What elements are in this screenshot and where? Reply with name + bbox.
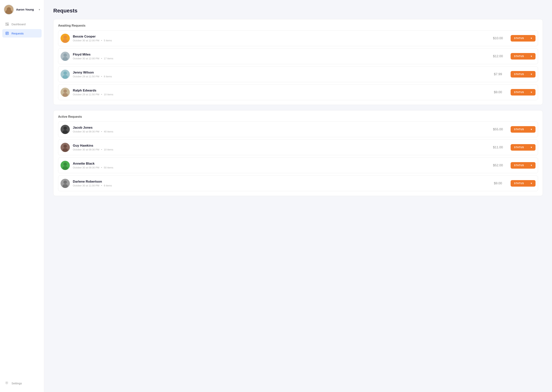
request-meta-guy-hawkins: October 30 at 09:30 PM • 10 items	[73, 148, 488, 151]
svg-point-8	[6, 382, 7, 383]
request-meta-ralph-edwards: October 29 at 11:50 PM • 10 items	[73, 93, 488, 96]
request-name-bessie-cooper: Bessie Cooper	[73, 35, 488, 38]
awaiting-section-title: Awaiting Requests	[58, 24, 538, 27]
request-amount-guy-hawkins: $11.00	[488, 146, 508, 149]
status-button-bessie-cooper[interactable]: STATUS ▾	[511, 35, 536, 42]
request-meta-darlene-robertson: October 30 at 11:00 PM • 8 items	[73, 184, 488, 187]
profile-name: Aaron Young	[16, 8, 34, 11]
status-button-darlene-robertson[interactable]: STATUS ▾	[511, 180, 536, 187]
svg-point-20	[63, 93, 68, 97]
svg-point-11	[63, 39, 68, 43]
request-name-guy-hawkins: Guy Hawkins	[73, 144, 488, 147]
request-info-jenny-wilson: Jenny Wilson October 29 at 11:50 PM • 8 …	[73, 71, 488, 78]
status-button-jacob-jones[interactable]: STATUS ▾	[511, 126, 536, 133]
request-info-darlene-robertson: Darlene Robertson October 30 at 11:00 PM…	[73, 180, 488, 187]
status-button-ralph-edwards[interactable]: STATUS ▾	[511, 89, 536, 96]
svg-point-23	[63, 130, 68, 134]
request-row-floyd-miles: Floyd Miles October 30 at 12:00 PM • 17 …	[58, 49, 538, 64]
sidebar-item-requests-label: Requests	[12, 32, 24, 35]
request-row-ralph-edwards: Ralph Edwards October 29 at 11:50 PM • 1…	[58, 84, 538, 100]
svg-point-16	[64, 71, 67, 75]
svg-rect-3	[7, 24, 9, 26]
svg-point-28	[64, 162, 67, 166]
svg-point-26	[63, 148, 68, 152]
status-button-jenny-wilson[interactable]: STATUS ▾	[511, 71, 536, 77]
chevron-down-icon: ▾	[531, 182, 532, 185]
avatar-guy-hawkins	[61, 143, 70, 152]
chevron-down-icon: ▾	[531, 128, 532, 131]
request-amount-ralph-edwards: $9.00	[488, 90, 508, 94]
request-info-ralph-edwards: Ralph Edwards October 29 at 11:50 PM • 1…	[73, 89, 488, 96]
svg-point-29	[63, 166, 68, 170]
sidebar-item-settings[interactable]: Settings	[2, 379, 42, 387]
request-name-floyd-miles: Floyd Miles	[73, 53, 488, 56]
sidebar-item-dashboard[interactable]: Dashboard	[2, 20, 42, 28]
request-row-darlene-robertson: Darlene Robertson October 30 at 11:00 PM…	[58, 175, 538, 191]
status-button-annette-black[interactable]: STATUS ▾	[511, 162, 536, 169]
request-meta-floyd-miles: October 30 at 12:00 PM • 17 items	[73, 57, 488, 60]
avatar-floyd-miles	[61, 52, 70, 61]
chevron-down-icon: ▾	[531, 73, 532, 76]
chevron-down-icon: ▾	[531, 91, 532, 94]
request-name-jacob-jones: Jacob Jones	[73, 126, 488, 130]
request-row-jenny-wilson: Jenny Wilson October 29 at 11:50 PM • 8 …	[58, 66, 538, 82]
request-amount-bessie-cooper: $10.00	[488, 36, 508, 40]
request-meta-jenny-wilson: October 29 at 11:50 PM • 8 items	[73, 75, 488, 78]
request-info-bessie-cooper: Bessie Cooper October 30 at 12:00 PM • 5…	[73, 35, 488, 42]
user-avatar	[4, 5, 14, 14]
request-amount-jacob-jones: $55.00	[488, 127, 508, 131]
request-amount-jenny-wilson: $7.99	[488, 72, 508, 76]
chevron-down-icon: ▾	[531, 146, 532, 149]
request-row-bessie-cooper: Bessie Cooper October 30 at 12:00 PM • 5…	[58, 30, 538, 46]
request-row-guy-hawkins: Guy Hawkins October 30 at 09:30 PM • 10 …	[58, 140, 538, 155]
svg-rect-1	[7, 23, 9, 23]
chevron-down-icon: ▾	[531, 37, 532, 40]
page-title: Requests	[53, 8, 543, 14]
requests-icon	[5, 31, 9, 35]
request-meta-annette-black: October 30 at 09:30 PM • 50 items	[73, 166, 488, 169]
request-info-guy-hawkins: Guy Hawkins October 30 at 09:30 PM • 10 …	[73, 144, 488, 151]
user-profile[interactable]: Aaron Young ▾	[0, 5, 44, 20]
main-content: Requests Awaiting Requests Bessie Cooper…	[44, 0, 552, 392]
request-meta-jacob-jones: October 30 at 09:30 PM • 40 items	[73, 130, 488, 133]
status-button-guy-hawkins[interactable]: STATUS ▾	[511, 144, 536, 151]
sidebar-bottom: Settings	[0, 379, 44, 387]
status-button-floyd-miles[interactable]: STATUS ▾	[511, 53, 536, 60]
avatar-jacob-jones	[61, 125, 70, 134]
request-name-darlene-robertson: Darlene Robertson	[73, 180, 488, 183]
request-amount-floyd-miles: $12.00	[488, 54, 508, 58]
sidebar: Aaron Young ▾ Dashboard	[0, 0, 44, 392]
avatar-jenny-wilson	[61, 70, 70, 79]
sidebar-item-requests[interactable]: Requests	[2, 29, 42, 37]
request-info-annette-black: Annette Black October 30 at 09:30 PM • 5…	[73, 162, 488, 169]
svg-point-10	[64, 35, 67, 39]
request-amount-darlene-robertson: $9.00	[488, 182, 508, 185]
request-row-jacob-jones: Jacob Jones October 30 at 09:30 PM • 40 …	[58, 122, 538, 137]
awaiting-requests-section: Awaiting Requests Bessie Cooper October …	[53, 19, 543, 105]
request-amount-annette-black: $52.00	[488, 163, 508, 167]
chevron-down-icon: ▾	[531, 164, 532, 167]
request-info-floyd-miles: Floyd Miles October 30 at 12:00 PM • 17 …	[73, 53, 488, 60]
svg-point-17	[63, 75, 68, 79]
sidebar-nav: Dashboard Requests	[0, 20, 44, 379]
request-name-ralph-edwards: Ralph Edwards	[73, 89, 488, 92]
settings-icon	[5, 381, 9, 385]
settings-label: Settings	[12, 382, 22, 385]
chevron-down-icon: ▾	[531, 55, 532, 58]
avatar-annette-black	[61, 161, 70, 170]
sidebar-item-dashboard-label: Dashboard	[12, 23, 25, 26]
svg-point-32	[63, 184, 68, 188]
svg-point-22	[64, 126, 67, 130]
active-section-title: Active Requests	[58, 115, 538, 119]
svg-point-25	[64, 145, 67, 148]
svg-point-13	[64, 53, 67, 57]
request-meta-bessie-cooper: October 30 at 12:00 PM • 5 items	[73, 39, 488, 42]
request-name-annette-black: Annette Black	[73, 162, 488, 166]
avatar-darlene-robertson	[61, 179, 70, 188]
request-row-annette-black: Annette Black October 30 at 09:30 PM • 5…	[58, 158, 538, 173]
svg-point-19	[64, 89, 67, 93]
request-name-jenny-wilson: Jenny Wilson	[73, 71, 488, 74]
svg-rect-0	[6, 23, 7, 24]
avatar-bessie-cooper	[61, 34, 70, 43]
profile-info: Aaron Young	[16, 8, 38, 11]
